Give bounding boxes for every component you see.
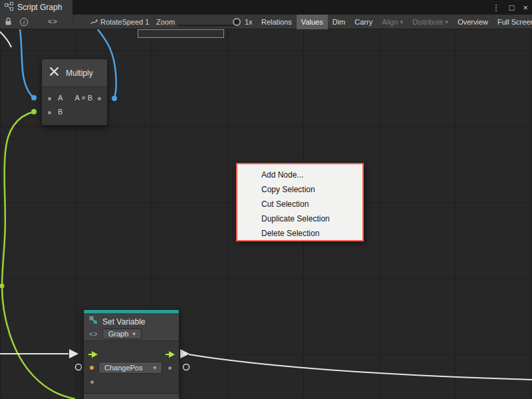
toolbar-button-overview[interactable]: Overview (453, 15, 493, 29)
port-label-b: B (58, 108, 63, 116)
window-menu-button[interactable]: ⋮ (492, 3, 501, 13)
toolbar-button-relations[interactable]: Relations (257, 15, 297, 29)
multiply-node-header[interactable]: Multiply (42, 59, 107, 87)
port-label-result: A × B (74, 94, 92, 102)
context-menu: Add Node... Copy Selection Cut Selection… (236, 163, 364, 241)
node-multiply[interactable]: Multiply A A × B B (41, 59, 108, 126)
set-variable-icon (89, 316, 98, 327)
port-row-b: B (42, 106, 107, 120)
multiply-node-body: A A × B B (42, 87, 107, 120)
window-controls: ⋮ □ × (492, 0, 528, 15)
toolbar-divider (73, 15, 74, 29)
unity-script-graph-window: Script Graph ⋮ □ × i <> RotateSpeed 1 Zo… (0, 0, 532, 399)
lock-icon[interactable] (5, 17, 12, 27)
chevron-down-icon: ▾ (400, 19, 404, 25)
code-icon[interactable]: <> (48, 17, 58, 25)
variable-dropdown[interactable]: ChangePos ▾ (98, 362, 162, 374)
tab-bar: Script Graph ⋮ □ × (0, 0, 532, 15)
input-port-b[interactable] (48, 111, 51, 114)
chevron-down-icon: ▾ (446, 19, 449, 25)
set-variable-footer (84, 393, 179, 399)
zoom-label: Zoom (156, 18, 175, 26)
context-menu-item-delete-selection[interactable]: Delete Selection (237, 226, 362, 241)
set-variable-header[interactable]: Set Variable <> Graph ▾ (84, 313, 179, 341)
zoom-slider-track[interactable] (178, 25, 237, 27)
chevron-down-icon: ▾ (132, 331, 136, 337)
flow-input-arrow-icon[interactable] (88, 351, 98, 358)
scope-code-icon: <> (89, 331, 98, 338)
port-label-a: A (58, 94, 63, 102)
empty-tooltip-box (138, 29, 224, 38)
set-variable-title-row: Set Variable (89, 316, 174, 327)
distribute-label: Distribute (412, 18, 443, 26)
toolbar-buttons: Relations Values Dim Carry Align ▾ Distr… (257, 15, 532, 29)
multiply-node-title: Multiply (66, 68, 93, 78)
output-port-result[interactable] (98, 97, 101, 100)
flow-output-arrow-icon[interactable] (166, 351, 175, 358)
set-variable-scope-row: <> Graph ▾ (89, 329, 174, 339)
variable-input-port[interactable] (90, 366, 94, 370)
close-button[interactable]: × (523, 3, 528, 13)
scope-dropdown[interactable]: Graph ▾ (102, 329, 142, 339)
graph-toolbar: i <> RotateSpeed 1 Zoom 1x Relations Val… (0, 15, 532, 29)
toolbar-button-fullscreen[interactable]: Full Screen (493, 15, 532, 29)
script-graph-icon (5, 2, 13, 13)
toolbar-button-align[interactable]: Align ▾ (377, 15, 408, 29)
set-variable-title: Set Variable (102, 317, 145, 327)
graph-breadcrumb[interactable]: RotateSpeed 1 (100, 18, 149, 26)
context-menu-item-copy-selection[interactable]: Copy Selection (237, 182, 362, 197)
zoom-slider-knob[interactable] (233, 18, 241, 26)
context-menu-item-add-node[interactable]: Add Node... (237, 168, 362, 182)
info-icon[interactable]: i (20, 18, 28, 26)
multiply-x-icon (49, 66, 60, 80)
graph-breadcrumb-icon (90, 18, 98, 27)
toolbar-button-distribute[interactable]: Distribute ▾ (408, 15, 453, 29)
zoom-value: 1x (245, 18, 253, 26)
toolbar-button-dim[interactable]: Dim (328, 15, 350, 29)
context-menu-item-cut-selection[interactable]: Cut Selection (237, 197, 362, 211)
align-label: Align (382, 18, 398, 26)
variable-dropdown-label: ChangePos (104, 364, 143, 372)
output-value-port[interactable] (168, 366, 172, 370)
chevron-down-icon: ▾ (153, 364, 156, 371)
context-menu-item-duplicate-selection[interactable]: Duplicate Selection (237, 211, 362, 226)
port-row-a: A A × B (42, 92, 107, 106)
tab-script-graph[interactable]: Script Graph (0, 0, 72, 15)
maximize-button[interactable]: □ (509, 3, 515, 13)
tab-title: Script Graph (17, 3, 62, 12)
input-port-a[interactable] (48, 97, 51, 100)
toolbar-button-carry[interactable]: Carry (350, 15, 377, 29)
node-set-variable[interactable]: Set Variable <> Graph ▾ ChangePos ▾ (83, 309, 180, 399)
value-input-port[interactable] (90, 380, 94, 384)
scope-dropdown-label: Graph (108, 330, 129, 338)
toolbar-button-values[interactable]: Values (297, 15, 328, 29)
